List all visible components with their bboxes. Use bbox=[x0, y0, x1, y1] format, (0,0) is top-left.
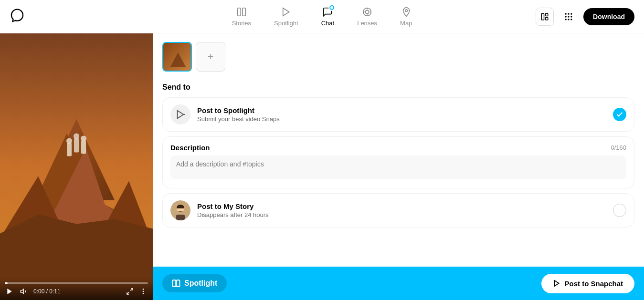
svg-rect-33 bbox=[81, 141, 86, 154]
right-panel: + Send to Post to Spotlight Submit your … bbox=[153, 33, 644, 300]
video-container: 0:00 / 0:11 bbox=[0, 33, 153, 300]
nav-center: Stories Spotlight Chat bbox=[221, 2, 424, 31]
svg-point-39 bbox=[143, 289, 144, 290]
submit-bar: Spotlight Post to Snapchat bbox=[153, 267, 644, 300]
spotlight-icon bbox=[280, 6, 292, 18]
svg-point-40 bbox=[143, 291, 144, 292]
story-option-title: Post to My Story bbox=[197, 202, 606, 210]
download-button[interactable]: Download bbox=[583, 8, 634, 25]
svg-point-15 bbox=[570, 13, 572, 14]
submit-spotlight-label: Spotlight bbox=[162, 274, 227, 292]
svg-marker-2 bbox=[283, 8, 289, 16]
svg-point-21 bbox=[570, 19, 572, 20]
svg-point-30 bbox=[66, 138, 72, 144]
controls-right bbox=[125, 287, 148, 296]
top-nav: Stories Spotlight Chat bbox=[0, 0, 644, 33]
svg-rect-12 bbox=[546, 17, 548, 20]
logo[interactable] bbox=[10, 8, 25, 25]
svg-rect-11 bbox=[546, 13, 548, 16]
nav-item-map[interactable]: Map bbox=[389, 2, 423, 31]
description-input[interactable] bbox=[170, 155, 626, 179]
story-avatar bbox=[170, 200, 190, 220]
controls-row: 0:00 / 0:11 bbox=[5, 287, 148, 296]
svg-rect-29 bbox=[67, 143, 72, 156]
svg-point-20 bbox=[568, 19, 569, 20]
spotlight-label: Spotlight bbox=[274, 20, 298, 27]
progress-bar[interactable] bbox=[5, 282, 148, 284]
volume-button[interactable] bbox=[19, 287, 29, 296]
description-section: Description 0/160 bbox=[162, 136, 634, 188]
send-to-label: Send to bbox=[162, 83, 634, 92]
more-options-button[interactable] bbox=[138, 287, 148, 296]
main-content: 0:00 / 0:11 bbox=[0, 33, 644, 300]
chat-badge-dot bbox=[328, 4, 335, 11]
spotlight-option-icon-wrap bbox=[170, 104, 190, 124]
stories-label: Stories bbox=[232, 20, 251, 27]
thumbnail-image bbox=[163, 43, 191, 71]
nav-item-stories[interactable]: Stories bbox=[221, 2, 263, 31]
add-media-button[interactable]: + bbox=[196, 42, 225, 72]
svg-point-41 bbox=[143, 293, 144, 294]
svg-rect-0 bbox=[238, 8, 241, 16]
map-label: Map bbox=[400, 20, 412, 27]
spotlight-option-title: Post to Spotlight bbox=[197, 106, 606, 114]
description-label: Description bbox=[170, 144, 210, 152]
submit-bar-spacer bbox=[162, 232, 634, 270]
svg-point-9 bbox=[405, 10, 407, 12]
nav-right: Download bbox=[536, 8, 634, 26]
thumbnails-row: + bbox=[162, 38, 634, 75]
lenses-icon bbox=[361, 6, 373, 18]
nav-item-lenses[interactable]: Lenses bbox=[346, 2, 389, 31]
svg-point-14 bbox=[568, 13, 569, 14]
chat-label: Chat bbox=[321, 20, 334, 27]
nav-item-chat[interactable]: Chat bbox=[310, 2, 346, 31]
post-spotlight-card[interactable]: Post to Spotlight Submit your best video… bbox=[162, 97, 634, 132]
thumbnail-selected[interactable] bbox=[162, 42, 192, 72]
svg-point-17 bbox=[568, 16, 569, 17]
post-story-card[interactable]: Post to My Story Disappears after 24 hou… bbox=[162, 193, 634, 228]
svg-point-13 bbox=[565, 13, 567, 14]
svg-rect-49 bbox=[173, 280, 176, 287]
svg-rect-31 bbox=[74, 138, 79, 153]
post-to-snapchat-button[interactable]: Post to Snapchat bbox=[541, 274, 634, 293]
time-display: 0:00 / 0:11 bbox=[33, 288, 120, 295]
progress-fill bbox=[5, 282, 8, 284]
apps-grid-button[interactable] bbox=[560, 8, 578, 26]
play-button[interactable] bbox=[5, 287, 14, 296]
nav-item-spotlight[interactable]: Spotlight bbox=[263, 2, 310, 31]
svg-rect-48 bbox=[176, 215, 185, 220]
svg-line-38 bbox=[127, 292, 129, 294]
svg-marker-44 bbox=[178, 111, 184, 119]
svg-point-16 bbox=[565, 16, 567, 17]
svg-point-32 bbox=[74, 134, 79, 139]
story-check[interactable] bbox=[613, 204, 626, 217]
spotlight-option-info: Post to Spotlight Submit your best video… bbox=[197, 106, 606, 123]
video-background bbox=[0, 33, 153, 300]
svg-rect-50 bbox=[177, 280, 180, 287]
svg-rect-10 bbox=[541, 13, 544, 20]
description-count: 0/160 bbox=[611, 144, 626, 151]
map-icon bbox=[401, 6, 412, 18]
spotlight-option-sub: Submit your best video Snaps bbox=[197, 115, 606, 123]
story-option-sub: Disappears after 24 hours bbox=[197, 211, 606, 218]
svg-point-19 bbox=[565, 19, 567, 20]
svg-marker-51 bbox=[555, 280, 559, 286]
lenses-label: Lenses bbox=[357, 20, 377, 27]
description-header: Description 0/160 bbox=[170, 144, 626, 152]
fullscreen-button[interactable] bbox=[125, 287, 135, 296]
video-controls: 0:00 / 0:11 bbox=[0, 279, 153, 300]
story-option-info: Post to My Story Disappears after 24 hou… bbox=[197, 202, 606, 218]
sidebar-toggle-button[interactable] bbox=[536, 8, 554, 26]
svg-line-37 bbox=[130, 289, 133, 291]
svg-rect-1 bbox=[243, 8, 245, 16]
svg-point-34 bbox=[81, 136, 86, 142]
svg-marker-36 bbox=[21, 289, 23, 293]
svg-marker-35 bbox=[7, 289, 11, 294]
svg-point-18 bbox=[570, 16, 572, 17]
svg-point-4 bbox=[365, 10, 369, 13]
video-panel: 0:00 / 0:11 bbox=[0, 33, 153, 300]
chat-icon-wrap bbox=[322, 6, 333, 18]
stories-icon bbox=[236, 6, 247, 18]
spotlight-check[interactable] bbox=[613, 108, 626, 121]
